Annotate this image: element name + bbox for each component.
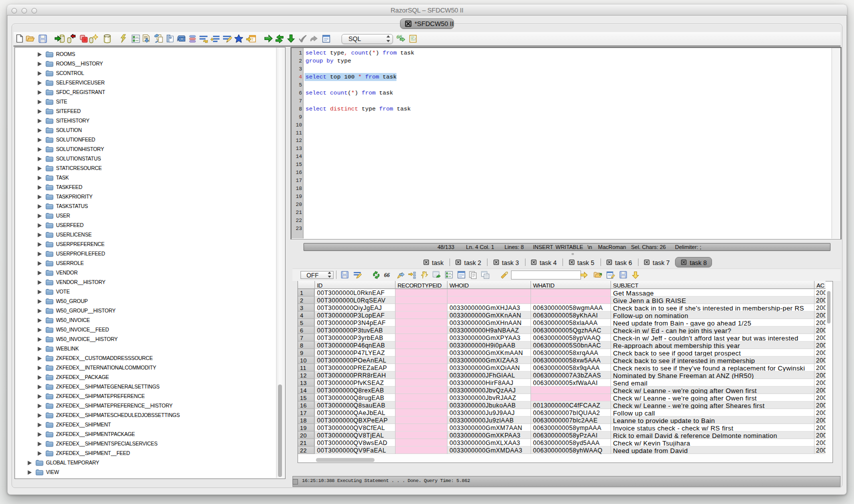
svg-text:66: 66	[384, 272, 390, 278]
